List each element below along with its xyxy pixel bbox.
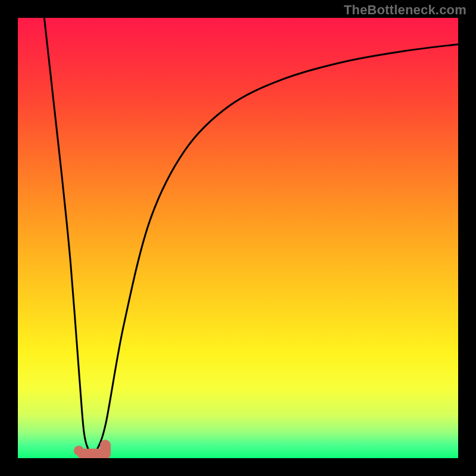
watermark-text: TheBottleneck.com bbox=[344, 2, 466, 18]
bottleneck-curve bbox=[18, 18, 458, 458]
minimum-marker bbox=[76, 440, 108, 458]
plot-area bbox=[18, 18, 458, 458]
outer-frame: TheBottleneck.com bbox=[0, 0, 476, 476]
